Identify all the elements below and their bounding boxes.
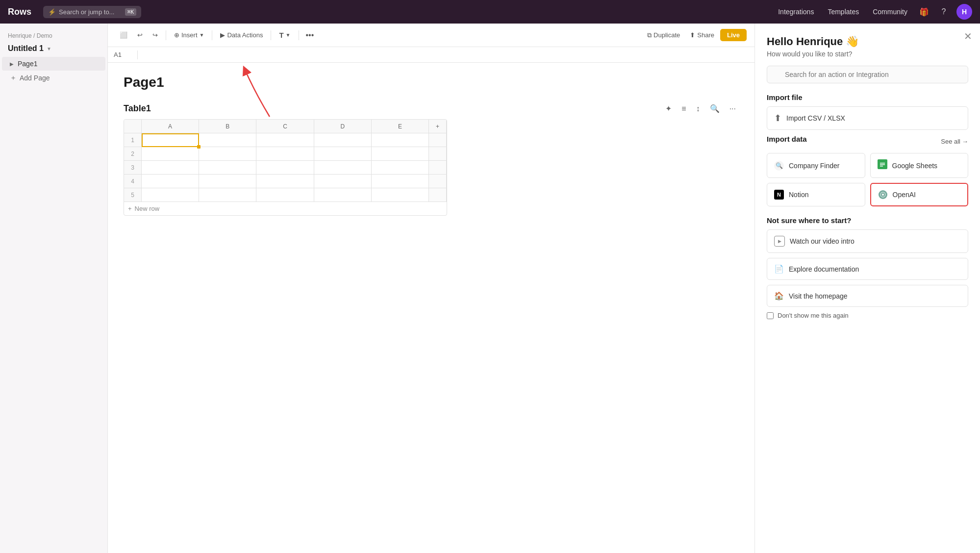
cell-c2[interactable] (256, 147, 314, 161)
search-table-button[interactable]: 🔍 (707, 102, 723, 115)
cell-d2[interactable] (314, 147, 372, 161)
gift-icon[interactable]: 🎁 (917, 5, 931, 19)
undo-button[interactable]: ↩ (133, 29, 147, 41)
live-button[interactable]: Live (720, 29, 747, 41)
more-icon[interactable]: ••• (303, 29, 317, 42)
dont-show-label: Don't show me this again (778, 312, 849, 319)
help-icon[interactable]: ? (937, 5, 951, 19)
panel-close-button[interactable]: ✕ (964, 31, 972, 41)
global-search[interactable]: ⚡ Search or jump to... ⌘K (43, 6, 141, 18)
integration-notion[interactable]: N Notion (767, 183, 865, 206)
cell-b2[interactable] (199, 147, 256, 161)
separator2 (212, 30, 212, 40)
table-row: 4 (124, 175, 447, 188)
cell-d3[interactable] (314, 161, 372, 175)
duplicate-icon: ⧉ (647, 31, 652, 39)
col-header-e[interactable]: E (372, 120, 429, 133)
search-shortcut: ⌘K (125, 8, 136, 16)
document-title[interactable]: Untitled 1 ▼ (0, 42, 107, 57)
sidebar-toggle-icon: ⬜ (120, 31, 127, 39)
google-sheets-icon (878, 159, 887, 172)
toggle-sidebar-button[interactable]: ⬜ (116, 29, 131, 41)
home-icon: 🏠 (774, 291, 784, 301)
chevron-down-icon2: ▼ (286, 32, 291, 38)
cell-c3[interactable] (256, 161, 314, 175)
avatar[interactable]: H (956, 4, 972, 20)
sort-button[interactable]: ↕ (693, 102, 703, 115)
cell-e1[interactable] (372, 133, 429, 147)
see-all-button[interactable]: See all → (941, 138, 968, 145)
breadcrumb-demo[interactable]: Demo (37, 32, 52, 39)
page-title: Page1 (124, 75, 739, 90)
data-actions-button[interactable]: ▶ Data Actions (216, 29, 267, 41)
cell-c4[interactable] (256, 175, 314, 188)
panel-subtitle: How would you like to start? (767, 50, 968, 58)
import-csv-button[interactable]: ⬆ Import CSV / XLSX (767, 106, 968, 130)
cell-e4[interactable] (372, 175, 429, 188)
separator3 (271, 30, 271, 40)
explore-docs-button[interactable]: 📄 Explore documentation (767, 258, 968, 280)
integration-google-sheets[interactable]: Google Sheets (870, 153, 969, 178)
column-headers: A B C D E + (124, 120, 447, 133)
cell-add3 (429, 161, 447, 175)
cell-b3[interactable] (199, 161, 256, 175)
redo-button[interactable]: ↪ (149, 29, 162, 41)
cell-c1[interactable] (256, 133, 314, 147)
cell-c5[interactable] (256, 188, 314, 202)
sparkle-button[interactable]: ✦ (662, 102, 675, 115)
add-column-button[interactable]: + (429, 120, 447, 133)
nav-integrations[interactable]: Integrations (774, 6, 818, 18)
redo-icon: ↪ (152, 31, 158, 39)
cell-b5[interactable] (199, 188, 256, 202)
cell-add1 (429, 133, 447, 147)
integration-company-finder[interactable]: 🔍 Company Finder (767, 153, 865, 178)
cell-e3[interactable] (372, 161, 429, 175)
share-button[interactable]: ⬆ Share (686, 29, 718, 41)
notion-icon: N (774, 190, 784, 200)
data-actions-icon: ▶ (220, 31, 225, 39)
cell-e2[interactable] (372, 147, 429, 161)
col-header-d[interactable]: D (314, 120, 372, 133)
video-intro-button[interactable]: ▶ Watch our video intro (767, 229, 968, 253)
col-header-c[interactable]: C (256, 120, 314, 133)
col-header-a[interactable]: A (142, 120, 199, 133)
nav-community[interactable]: Community (869, 6, 911, 18)
cell-add4 (429, 175, 447, 188)
panel-search-input[interactable] (767, 66, 968, 83)
import-file-title: Import file (767, 93, 968, 101)
cell-a4[interactable] (142, 175, 199, 188)
cell-add5 (429, 188, 447, 202)
cell-a5[interactable] (142, 188, 199, 202)
dont-show-checkbox[interactable] (767, 312, 774, 319)
cell-d5[interactable] (314, 188, 372, 202)
breadcrumb-henrique[interactable]: Henrique (8, 32, 32, 39)
arrow-right-icon: ▶ (10, 61, 14, 67)
cell-b1[interactable] (199, 133, 256, 147)
cell-b4[interactable] (199, 175, 256, 188)
share-icon: ⬆ (690, 31, 695, 39)
new-row-button[interactable]: + New row (124, 202, 447, 215)
duplicate-button[interactable]: ⧉ Duplicate (643, 29, 684, 42)
cell-d1[interactable] (314, 133, 372, 147)
integration-openai[interactable]: OpenAI (870, 183, 969, 206)
import-data-title: Import data (767, 135, 807, 143)
filter-button[interactable]: ≡ (678, 102, 689, 115)
panel-search-wrap: 🔍 (767, 66, 968, 83)
nav-templates[interactable]: Templates (824, 6, 863, 18)
text-format-button[interactable]: T ▼ (275, 28, 294, 42)
upload-icon: ⬆ (774, 113, 781, 124)
add-page-button[interactable]: ＋ Add Page (2, 71, 105, 85)
undo-icon: ↩ (137, 31, 143, 39)
cell-a1[interactable] (142, 133, 199, 147)
sidebar-item-page1[interactable]: ▶ Page1 (2, 57, 105, 71)
cell-d4[interactable] (314, 175, 372, 188)
cell-e5[interactable] (372, 188, 429, 202)
more-table-button[interactable]: ··· (727, 102, 739, 115)
visit-homepage-button[interactable]: 🏠 Visit the homepage (767, 285, 968, 307)
cell-a2[interactable] (142, 147, 199, 161)
col-header-b[interactable]: B (199, 120, 256, 133)
cell-a3[interactable] (142, 161, 199, 175)
table-actions: ✦ ≡ ↕ 🔍 ··· (662, 102, 739, 115)
plus-icon: ＋ (10, 74, 17, 82)
insert-button[interactable]: ⊕ Insert ▼ (170, 29, 208, 41)
